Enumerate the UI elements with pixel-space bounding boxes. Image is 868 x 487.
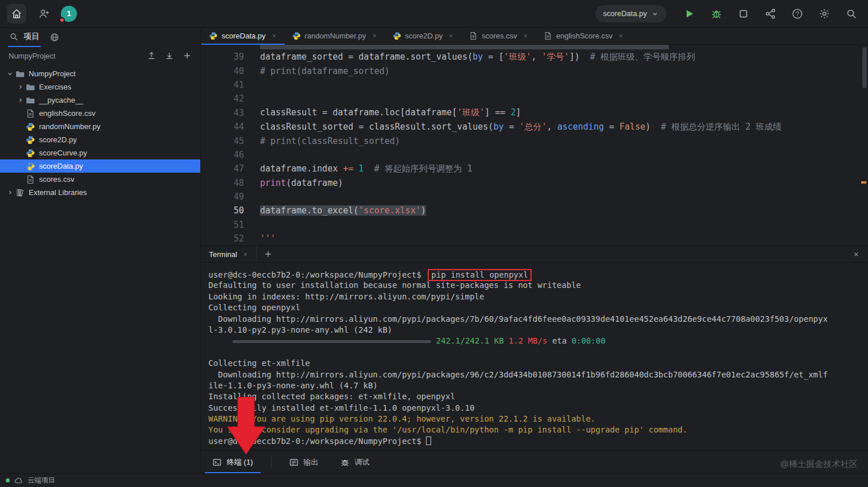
terminal-tab-bar: Terminal: [202, 246, 868, 263]
line-number: 41: [202, 80, 244, 90]
add-icon[interactable]: [183, 51, 192, 60]
code-line-51: 51: [202, 218, 868, 232]
close-terminal-tab-icon[interactable]: [242, 251, 249, 258]
toolwindow-output-button[interactable]: 输出: [285, 451, 323, 473]
tree-item-label: scoreData.py: [39, 162, 83, 170]
home-button[interactable]: [7, 4, 26, 24]
tab-label: randomNumber.py: [305, 32, 366, 40]
close-icon[interactable]: [371, 33, 378, 39]
close-panel-icon[interactable]: [852, 251, 860, 258]
line-number: 43: [202, 108, 244, 118]
code-line-52: 52''': [202, 232, 868, 246]
tree-item-__pycache__[interactable]: __pycache__: [0, 93, 200, 107]
chevron-right-icon: [17, 83, 24, 91]
csv-icon: [26, 109, 35, 118]
tree-item-label: Exercises: [39, 83, 71, 91]
terminal-line: WARNING: You are using pip version 22.0.…: [208, 414, 868, 424]
terminal-line: Collecting openpyxl: [208, 302, 868, 313]
tree-item-label: NumpyProject: [29, 69, 76, 78]
tab-label: scoreData.py: [222, 32, 266, 40]
tree-item-scores.csv[interactable]: scores.csv: [0, 173, 200, 186]
terminal-output[interactable]: user@dcs-0eccb7b2-0:/workspace/NumpyProj…: [202, 263, 868, 450]
tree-item-englishScore.csv[interactable]: englishScore.csv: [0, 107, 200, 120]
output-tool-icon: [289, 458, 299, 467]
tab-randomNumber.py[interactable]: randomNumber.py: [285, 28, 385, 44]
line-number: 45: [202, 136, 244, 146]
cloud-icon: [14, 476, 23, 485]
editor-tab-bar: scoreData.pyrandomNumber.pyscore2D.pysco…: [202, 28, 868, 45]
search-icon: [9, 32, 18, 41]
tree-item-scoreData.py[interactable]: scoreData.py: [0, 159, 200, 173]
add-user-button[interactable]: [34, 4, 54, 24]
tab-scoreData.py[interactable]: scoreData.py: [202, 28, 285, 44]
share-button[interactable]: [761, 4, 780, 24]
terminal-line: l-3.0.10-py2.py3-none-any.whl (242 kB): [208, 325, 868, 336]
tree-item-scoreCurve.py[interactable]: scoreCurve.py: [0, 146, 200, 159]
close-icon[interactable]: [522, 33, 529, 39]
tree-item-Exercises[interactable]: Exercises: [0, 80, 200, 93]
debug-button[interactable]: [707, 4, 726, 24]
tab-scores.csv[interactable]: scores.csv: [462, 28, 536, 44]
help-icon: ?: [792, 8, 803, 20]
home-icon: [11, 8, 22, 20]
toolbar-separator: [271, 456, 272, 469]
csv-icon: [544, 32, 552, 40]
run-button[interactable]: [680, 4, 699, 24]
upload-icon[interactable]: [147, 51, 156, 60]
close-icon[interactable]: [618, 33, 624, 39]
tab-englishScore.csv[interactable]: englishScore.csv: [536, 28, 631, 44]
topbar-actions: scoreData.py ?: [595, 4, 861, 24]
python-icon: [393, 32, 401, 40]
tree-item-score2D.py[interactable]: score2D.py: [0, 133, 200, 146]
python-icon: [26, 162, 35, 171]
project-panel-header: NumpyProject: [0, 47, 200, 64]
download-progress-bar: [232, 340, 431, 343]
annotation-highlight-box: pip install openpyxl: [428, 269, 532, 281]
terminal-line: Looking in indexes: http://mirrors.aliyu…: [208, 291, 868, 302]
tab-label: scores.csv: [482, 32, 517, 40]
code-line-47: 47dataframe.index += 1 # 将起始序列号调整为 1: [202, 162, 868, 176]
editor-scrollbar[interactable]: [862, 47, 867, 88]
status-label: 云端项目: [28, 476, 55, 485]
help-button[interactable]: ?: [788, 4, 807, 24]
download-icon[interactable]: [165, 51, 174, 60]
folder-icon: [26, 96, 35, 105]
close-icon[interactable]: [271, 33, 277, 39]
line-number: 47: [202, 163, 244, 174]
settings-button[interactable]: [815, 4, 834, 24]
avatar[interactable]: 1: [61, 6, 77, 22]
chevron-down-icon: [6, 70, 14, 77]
chevron-right-icon: [17, 96, 24, 104]
line-number: 51: [202, 220, 244, 230]
add-user-icon: [38, 8, 50, 20]
terminal-line: user@dcs-0eccb7b2-0:/workspace/NumpyProj…: [208, 269, 868, 280]
toolwindow-debug-button[interactable]: 调试: [336, 451, 374, 473]
sidebar: 项目 NumpyProject NumpyProjectExercises__p…: [0, 28, 201, 473]
tree-item-External Libraries[interactable]: External Libraries: [0, 186, 200, 199]
code-line-49: 49: [202, 190, 868, 204]
search-button[interactable]: [842, 4, 861, 24]
tree-item-label: scores.csv: [39, 175, 74, 184]
code-line-43: 43classResult = dataframe.loc[dataframe[…: [202, 106, 868, 120]
folder-icon: [26, 83, 35, 92]
project-tree: NumpyProjectExercises__pycache__englishS…: [0, 64, 200, 473]
line-number: 39: [202, 52, 244, 62]
new-terminal-button[interactable]: [264, 250, 273, 259]
globe-icon[interactable]: [50, 33, 59, 42]
code-line-39: 39dataframe_sorted = dataframe.sort_valu…: [202, 50, 868, 64]
terminal-tab[interactable]: Terminal: [202, 246, 257, 262]
notification-dot: [59, 17, 65, 23]
run-config-selector[interactable]: scoreData.py: [595, 5, 666, 22]
editor-area: scoreData.pyrandomNumber.pyscore2D.pysco…: [202, 28, 868, 473]
tree-item-NumpyProject[interactable]: NumpyProject: [0, 67, 200, 80]
toolwindow-label: 终端 (1): [227, 457, 253, 467]
connection-status-dot: [6, 478, 10, 482]
clipped-selection: [260, 45, 669, 49]
tab-score2D.py[interactable]: score2D.py: [385, 28, 462, 44]
tab-project[interactable]: 项目: [8, 28, 41, 47]
stop-button[interactable]: [734, 4, 753, 24]
tree-item-randomNumber.py[interactable]: randomNumber.py: [0, 120, 200, 133]
code-editor[interactable]: 39dataframe_sorted = dataframe.sort_valu…: [202, 45, 868, 246]
close-icon[interactable]: [448, 33, 454, 39]
share-icon: [765, 8, 776, 20]
